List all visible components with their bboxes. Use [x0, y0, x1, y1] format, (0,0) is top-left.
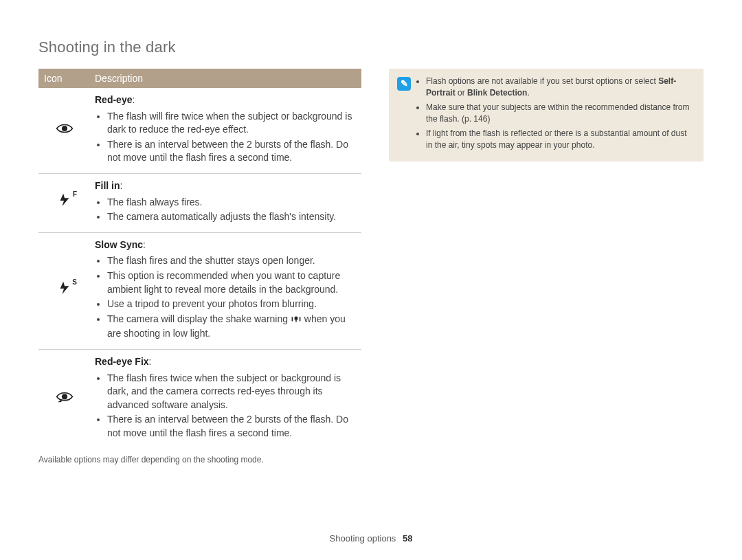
svg-point-1 [62, 394, 67, 399]
two-column-layout: Icon Description Red [38, 69, 704, 464]
row-description: Red-eye: The flash will fire twice when … [89, 88, 361, 173]
table-header-icon: Icon [38, 69, 89, 88]
left-column: Icon Description Red [38, 69, 361, 464]
note-box: ✎ Flash options are not available if you… [389, 69, 704, 161]
bullet: The flash always fires. [107, 196, 357, 210]
note-icon: ✎ [397, 76, 415, 153]
shake-warning-icon [291, 314, 302, 328]
footer-section: Shooting options [330, 533, 396, 544]
row-bullets: The flash will fire twice when the subje… [95, 110, 357, 165]
fill-in-icon: F [38, 173, 89, 232]
bullet: The flash will fire twice when the subje… [107, 110, 357, 137]
bullet: The flash fires twice when the subject o… [107, 372, 357, 412]
right-column: ✎ Flash options are not available if you… [389, 69, 704, 161]
table-row: F Fill in: The flash always fires. The c… [38, 173, 361, 232]
note-item: If light from the flash is reflected or … [426, 128, 694, 152]
table-row: Red-eye: The flash will fire twice when … [38, 88, 361, 173]
table-row: S Slow Sync: The flash fires and the shu… [38, 232, 361, 349]
svg-point-0 [62, 126, 67, 131]
red-eye-icon [38, 88, 89, 173]
row-title: Red-eye [95, 94, 132, 105]
flash-options-table: Icon Description Red [38, 69, 361, 448]
table-header-description: Description [89, 69, 361, 88]
footnote: Available options may differ depending o… [38, 455, 361, 464]
row-description: Fill in: The flash always fires. The cam… [89, 173, 361, 232]
row-bullets: The flash fires and the shutter stays op… [95, 254, 357, 341]
bullet: Use a tripod to prevent your photos from… [107, 298, 357, 311]
row-title: Slow Sync [95, 239, 143, 250]
page-number: 58 [403, 533, 412, 544]
row-description: Slow Sync: The flash fires and the shutt… [89, 232, 361, 349]
row-title: Fill in [95, 180, 120, 191]
bullet: The camera will display the shake warnin… [107, 313, 357, 341]
row-bullets: The flash fires twice when the subject o… [95, 372, 357, 440]
bullet: The flash fires and the shutter stays op… [107, 254, 357, 268]
row-title: Red-eye Fix [95, 356, 149, 367]
note-item: Flash options are not available if you s… [426, 76, 694, 100]
section-title: Shooting in the dark [38, 38, 704, 56]
slow-sync-icon: S [38, 232, 89, 349]
pencil-icon: ✎ [397, 77, 411, 91]
bullet: The camera automatically adjusts the fla… [107, 210, 357, 224]
row-bullets: The flash always fires. The camera autom… [95, 196, 357, 224]
page-footer: Shooting options 58 [0, 533, 742, 544]
note-item: Make sure that your subjects are within … [426, 102, 694, 126]
note-list: Flash options are not available if you s… [415, 76, 694, 153]
bullet: There is an interval between the 2 burst… [107, 413, 357, 440]
bullet: There is an interval between the 2 burst… [107, 138, 357, 165]
bullet: This option is recommended when you want… [107, 269, 357, 296]
table-row: Red-eye Fix: The flash fires twice when … [38, 349, 361, 448]
red-eye-fix-icon [38, 349, 89, 448]
manual-page: Shooting in the dark Icon Description [0, 0, 742, 560]
row-description: Red-eye Fix: The flash fires twice when … [89, 349, 361, 448]
